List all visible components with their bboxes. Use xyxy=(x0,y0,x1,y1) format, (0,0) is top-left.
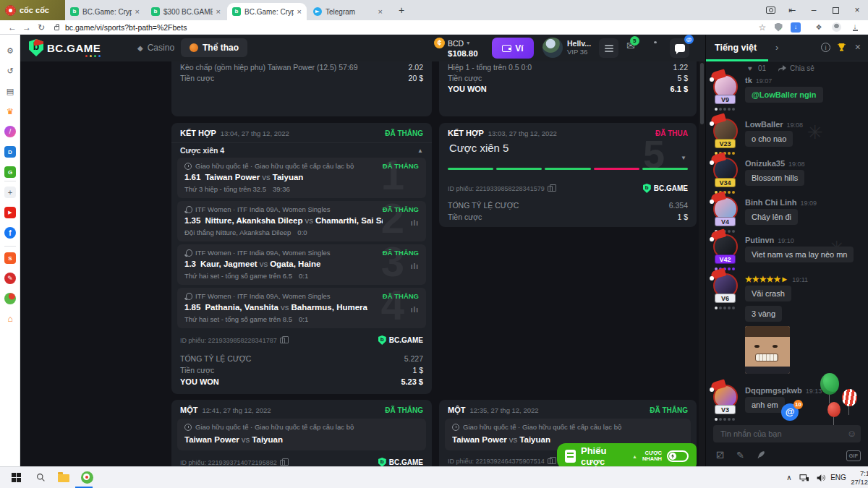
stats-icon[interactable]: ılı xyxy=(411,219,419,227)
copy-icon[interactable] xyxy=(548,186,553,192)
copy-icon[interactable] xyxy=(280,338,285,343)
chat-toggle-button[interactable]: @ xyxy=(670,38,689,58)
betslip-button[interactable]: Phiếu cược ▲ CƯỢCNHANH xyxy=(557,443,697,466)
padlock-icon[interactable] xyxy=(52,20,61,34)
bet-card-single-left[interactable]: MỘT 12:41, 27 thg 12, 2022 ĐÃ THẮNG Giao… xyxy=(171,400,432,466)
chevron-down-icon[interactable]: ▼ xyxy=(681,155,686,161)
wallet-button[interactable]: Ví xyxy=(492,38,534,59)
mail-button[interactable]: ✉5 xyxy=(626,40,635,51)
bet-leg[interactable]: 2 ITF Women · ITF India 09A, Women Singl… xyxy=(177,201,426,241)
copy-icon[interactable] xyxy=(280,460,285,466)
gif-icon[interactable]: GIF xyxy=(846,450,861,461)
share-button[interactable]: Chia sẻ xyxy=(790,64,814,72)
quick-bet-toggle[interactable] xyxy=(667,450,689,462)
chevron-right-icon[interactable]: › xyxy=(775,42,778,53)
bet-card-partial-right[interactable]: Hiệp 1 - tổng trên 0.5 0:01.22 Tiền cược… xyxy=(439,61,697,116)
stats-icon[interactable]: ılı xyxy=(411,306,419,314)
download-manager-icon[interactable]: ↓ xyxy=(790,20,801,34)
chat-language-tab[interactable]: Tiếng việt xyxy=(715,43,757,53)
cart-icon[interactable]: ⌂ xyxy=(4,313,16,325)
user-info[interactable]: Hellv... VIP 36 xyxy=(567,39,591,56)
tab-search-icon[interactable] xyxy=(760,0,781,20)
coccoc-brand[interactable]: cốc cốc xyxy=(0,0,65,20)
youtube-icon[interactable]: ▶ xyxy=(4,207,16,218)
close-tab-icon[interactable]: × xyxy=(297,7,302,16)
dice-icon[interactable]: ⚂ xyxy=(716,450,724,461)
stats-icon[interactable]: ılı xyxy=(411,262,419,270)
news-pen-icon[interactable]: ✎ xyxy=(4,273,16,284)
pen-icon[interactable]: ✎ xyxy=(736,450,744,461)
quests-menu-button[interactable] xyxy=(599,38,618,58)
close-tab-icon[interactable]: × xyxy=(378,7,383,16)
info-icon[interactable]: i xyxy=(821,43,830,52)
minimize-button[interactable]: – xyxy=(803,0,825,20)
page-scrollbar[interactable] xyxy=(699,61,705,466)
bet-leg[interactable]: 3 ITF Women · ITF India 09A, Women Singl… xyxy=(177,244,426,285)
volume-icon[interactable] xyxy=(813,467,827,488)
browser-tab-2[interactable]: b $300 BC.GAME Sports Parlay × xyxy=(146,3,226,20)
adblock-shield-icon[interactable] xyxy=(773,20,784,34)
browser-tab-4[interactable]: Telegram × xyxy=(308,3,388,20)
currency-selector[interactable]: ¢ BCD ▾ $108.80 xyxy=(434,38,478,58)
taskbar-clock[interactable]: 7:13 CH27/12/2022 xyxy=(851,467,868,488)
nav-sports[interactable]: Thể thao xyxy=(181,38,247,57)
bet-leg[interactable]: 4 ITF Women · ITF India 09A, Women Singl… xyxy=(177,288,426,328)
combo-fold-toggle[interactable]: Cược xiên 4 ▲ xyxy=(180,146,423,155)
downloads-tray-icon[interactable]: ↓ xyxy=(849,20,861,34)
language-indicator[interactable]: ENG xyxy=(829,467,848,488)
network-icon[interactable] xyxy=(797,467,812,488)
copy-icon[interactable] xyxy=(548,458,553,464)
like-heart-icon[interactable]: ♥ xyxy=(748,64,752,72)
tray-chevron-icon[interactable]: ∧ xyxy=(783,467,796,488)
emoji-icon[interactable]: ☺ xyxy=(847,428,856,439)
tab-overview-icon[interactable]: ⇤ xyxy=(781,0,803,20)
bcgame-logo[interactable]: BC.GAME xyxy=(29,39,101,56)
bet-card-combo-won[interactable]: KẾT HỢP 13:04, 27 thg 12, 2022 ĐÃ THẮNG … xyxy=(171,123,432,394)
taskbar-search-icon[interactable] xyxy=(30,467,51,488)
crown-rewards-icon[interactable]: ♛ xyxy=(4,106,16,117)
bet-card-partial-left[interactable]: Kèo chấp (gồm hiệp phụ) Taiwan Power (12… xyxy=(171,61,432,116)
back-icon[interactable]: ← xyxy=(6,20,19,34)
forward-icon[interactable]: → xyxy=(20,20,33,34)
address-bar[interactable]: bc.game/vi/sports?bt-path=%2Fbets xyxy=(65,20,187,34)
settings-gear-icon[interactable]: ⚙ xyxy=(4,45,16,56)
trophy-icon[interactable] xyxy=(836,42,847,56)
coccoc-taskbar-icon[interactable] xyxy=(77,467,97,488)
bcd-coin-icon: ¢ xyxy=(434,38,445,48)
scrollbar-thumb[interactable] xyxy=(700,63,704,124)
bet-leg[interactable]: 1 Giao hữu quốc tế · Giao hữu quốc tế cấ… xyxy=(177,158,426,198)
chat-toolbar: ⚂ ✎ GIF xyxy=(706,448,868,464)
close-chat-icon[interactable]: × xyxy=(855,41,861,53)
start-button[interactable] xyxy=(6,467,26,488)
user-avatar[interactable] xyxy=(542,38,563,58)
profile-avatar-icon[interactable] xyxy=(830,20,842,34)
nav-casino[interactable]: ◆ Casino xyxy=(129,38,183,57)
history-icon[interactable]: ↺ xyxy=(4,65,16,77)
bet-leg[interactable]: Giao hữu quốc tế · Giao hữu quốc tế cấp … xyxy=(177,419,426,450)
reading-list-icon[interactable]: ▤ xyxy=(4,85,16,97)
chat-message-input[interactable] xyxy=(713,425,861,442)
data-saver-icon[interactable]: D xyxy=(4,146,16,158)
reload-icon[interactable]: ↻ xyxy=(35,20,48,34)
messenger-icon[interactable]: / xyxy=(4,126,16,137)
meme-image[interactable] xyxy=(745,326,790,374)
bookmark-star-icon[interactable]: ☆ xyxy=(757,20,768,34)
facebook-icon[interactable]: f xyxy=(4,227,16,239)
away-team: Chamarthi, Sai Samhitha xyxy=(315,216,383,225)
close-window-button[interactable]: × xyxy=(846,0,868,20)
extensions-puzzle-icon[interactable]: ❖ xyxy=(813,20,825,34)
shopping-bag-icon[interactable]: S xyxy=(4,252,16,264)
games-icon[interactable]: G xyxy=(4,166,16,178)
new-tab-button[interactable]: + xyxy=(393,4,409,17)
restore-button[interactable] xyxy=(825,0,846,20)
browser-tab-3-active[interactable]: b BC.Game: Crypto Casino Gan × xyxy=(227,3,307,20)
mentions-button[interactable]: @10 xyxy=(781,403,799,421)
flower-deal-icon[interactable] xyxy=(4,293,16,304)
bet-card-combo-lost[interactable]: KẾT HỢP 13:03, 27 thg 12, 2022 ĐÃ THUA C… xyxy=(439,123,697,227)
add-shortcut-icon[interactable]: + xyxy=(4,187,16,198)
browser-tab-1[interactable]: b BC.Game: Crypto Casino Gan × xyxy=(65,3,145,20)
rocket-icon[interactable] xyxy=(757,450,765,461)
close-tab-icon[interactable]: × xyxy=(135,7,140,16)
file-explorer-icon[interactable] xyxy=(54,467,74,488)
close-tab-icon[interactable]: × xyxy=(216,7,221,16)
